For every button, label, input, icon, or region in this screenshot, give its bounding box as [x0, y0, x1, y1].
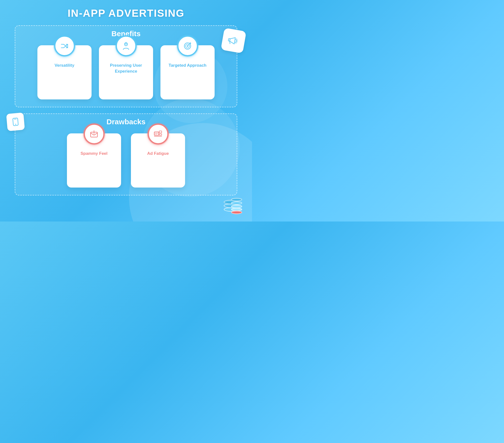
svg-rect-0: [228, 38, 230, 41]
targeted-icon-wrapper: [177, 36, 198, 56]
phone-decoration: [6, 112, 25, 131]
svg-point-2: [15, 124, 16, 125]
coin-stack: [222, 192, 247, 214]
ad-fatigue-icon-circle: [148, 124, 169, 145]
coin-red: [231, 211, 242, 214]
svg-rect-11: [154, 132, 159, 135]
spammy-label: Spammy Feel: [80, 151, 108, 157]
user-experience-label: Preserving User Experience: [104, 62, 148, 74]
svg-line-3: [14, 119, 16, 119]
page-title: IN-APP ADVERTISING: [15, 7, 237, 19]
warning-mail-icon: [89, 129, 99, 139]
svg-point-10: [94, 133, 94, 134]
versatility-label: Versatility: [55, 62, 74, 68]
drawbacks-cards-row: Spammy Feel Ad: [23, 133, 229, 187]
drawbacks-section: Drawbacks Spammy Feel: [15, 113, 237, 195]
coin-sm-2: [231, 201, 242, 205]
benefits-section: Benefits Versatility: [15, 25, 237, 107]
targeted-icon-circle: [177, 36, 198, 56]
target-icon: [182, 41, 193, 51]
spammy-icon-wrapper: [84, 124, 105, 145]
svg-rect-12: [159, 131, 162, 133]
megaphone-decoration: [221, 28, 246, 54]
drawbacks-title: Drawbacks: [23, 118, 229, 126]
main-container: IN-APP ADVERTISING Benefits Versat: [0, 0, 252, 209]
targeted-label: Targeted Approach: [169, 62, 206, 68]
svg-rect-13: [159, 134, 162, 135]
ad-fatigue-icon-wrapper: [148, 124, 169, 145]
benefit-card-versatility: Versatility: [37, 45, 91, 99]
benefit-card-user-experience: Preserving User Experience: [99, 45, 153, 99]
shuffle-icon: [59, 41, 70, 51]
megaphone-icon: [226, 34, 241, 48]
benefits-cards-row: Versatility Preserving User Experience: [23, 45, 229, 99]
ad-fatigue-label: Ad Fatigue: [147, 151, 169, 157]
drawback-card-ad-fatigue: Ad Fatigue: [131, 133, 185, 187]
spammy-icon-circle: [84, 124, 105, 145]
drawback-card-spammy: Spammy Feel: [67, 133, 121, 187]
ad-fatigue-icon: [153, 129, 163, 139]
user-star-icon: [121, 41, 131, 51]
coins-decoration: [222, 192, 247, 214]
coin-sm-1: [231, 198, 242, 201]
versatility-icon-circle: [54, 36, 75, 56]
svg-point-7: [187, 45, 188, 47]
versatility-icon-wrapper: [54, 36, 75, 56]
user-experience-icon-circle: [116, 36, 137, 56]
user-experience-icon-wrapper: [116, 36, 137, 56]
phone-icon: [11, 117, 20, 127]
benefit-card-targeted: Targeted Approach: [161, 45, 215, 99]
